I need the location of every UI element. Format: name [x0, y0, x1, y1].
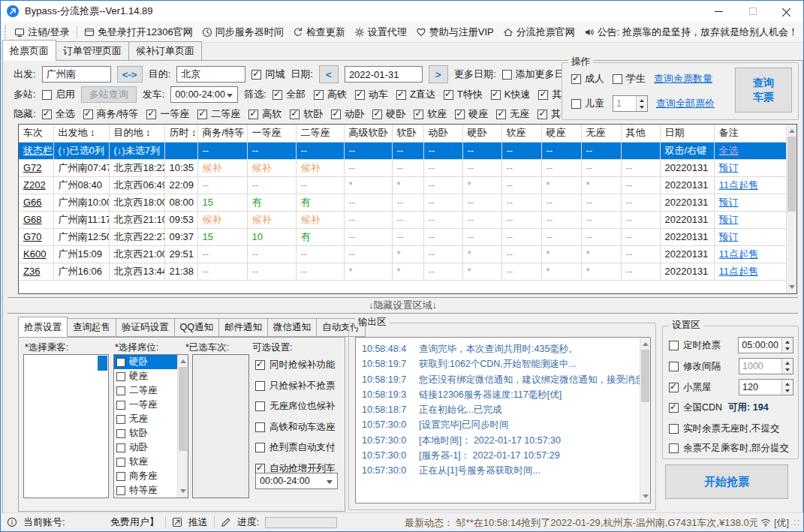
seat-option-5[interactable]: 软卧: [114, 426, 177, 440]
seat-option-1[interactable]: 硬座: [114, 369, 177, 383]
seat-option-2[interactable]: 二等座: [114, 383, 177, 398]
column-header[interactable]: 软卧: [392, 125, 423, 142]
multi-enable-checkbox-box[interactable]: [42, 90, 52, 100]
column-header[interactable]: 历时 ↕: [164, 125, 197, 142]
output-scrollbar-thumb[interactable]: [641, 350, 649, 402]
seat-hide-filter-5[interactable]: 软卧: [290, 107, 323, 121]
stepper-up-icon[interactable]: [782, 380, 793, 387]
config-stepper-0[interactable]: 05:00:00: [738, 337, 793, 353]
settings-tab-1[interactable]: 查询起售: [67, 318, 116, 337]
train-row[interactable]: G70广州南12:50北京西22:2709:371510有-----------…: [19, 228, 786, 245]
booking-link[interactable]: 11点起售: [719, 266, 759, 277]
scroll-down-icon[interactable]: [178, 486, 188, 497]
seat-hide-filter-6[interactable]: 动卧: [331, 107, 364, 121]
config-stepper-2[interactable]: 120: [739, 379, 793, 395]
grab-option-1[interactable]: 只抢候补不抢票: [255, 380, 336, 392]
stepper-down-icon[interactable]: [782, 345, 793, 353]
seat-option-8[interactable]: 商务座: [114, 469, 177, 483]
config-checkbox-0[interactable]: [669, 341, 679, 350]
child-checkbox[interactable]: 儿童: [571, 97, 604, 110]
swap-stations-button[interactable]: <->: [117, 66, 143, 83]
train-row[interactable]: G72广州南07:47北京西18:2210:35候补候补候补----------…: [19, 159, 786, 176]
resize-grip[interactable]: .::: [790, 517, 800, 527]
seat-option-4[interactable]: 无座: [114, 412, 177, 426]
page-tab-0[interactable]: 抢票页面: [2, 40, 56, 61]
adult-checkbox-box[interactable]: [571, 74, 581, 84]
config-checkbox-3[interactable]: [669, 403, 679, 413]
train-number-link[interactable]: G66: [23, 197, 42, 208]
selected-trains-listbox[interactable]: [192, 354, 249, 498]
config-checkbox-5[interactable]: [669, 443, 679, 453]
seat-hide-filter-3[interactable]: 二等座: [197, 107, 240, 121]
train-number-link[interactable]: Z36: [23, 266, 40, 277]
stepper-down-icon[interactable]: [782, 387, 793, 395]
stepper-up-icon[interactable]: [782, 338, 793, 345]
scroll-down-icon[interactable]: [640, 491, 650, 503]
train-type-filter-2[interactable]: 动车: [355, 88, 388, 101]
column-header[interactable]: 车次: [19, 125, 53, 142]
add-more-dates-checkbox-box[interactable]: [502, 70, 512, 80]
date-input[interactable]: 2022-01-31: [345, 66, 423, 83]
seat-hide-filter-1[interactable]: 商务/特等: [83, 107, 139, 121]
train-type-filter-4[interactable]: T特快: [444, 88, 483, 101]
seat-hide-filter-9[interactable]: 硬座: [455, 107, 488, 121]
settings-tab-3[interactable]: QQ通知: [174, 318, 219, 337]
column-header[interactable]: 商务/特等: [197, 125, 247, 142]
query-tickets-button[interactable]: 查询 车票: [735, 68, 792, 113]
seat-hide-filter-8[interactable]: 软座: [414, 107, 447, 121]
train-number-link[interactable]: Z202: [23, 179, 46, 191]
column-header[interactable]: 其他: [621, 125, 660, 142]
seat-hide-filter-10[interactable]: 无座: [496, 107, 529, 121]
toolbar-item-3[interactable]: 检查更新: [288, 23, 350, 41]
seat-option-3[interactable]: 一等座: [114, 398, 177, 412]
start-grabbing-button[interactable]: 开始抢票: [665, 464, 788, 499]
config-stepper-1[interactable]: 1000: [739, 358, 793, 374]
stepper-up-icon[interactable]: [782, 359, 793, 366]
stepper-up-icon[interactable]: [637, 96, 647, 104]
seat-hide-filter-7[interactable]: 硬卧: [372, 107, 405, 121]
column-header[interactable]: 目的地 ↕: [109, 125, 164, 142]
toolbar-item-7[interactable]: 公告: 抢票靠的是坚持，放弃就是给别人机会！: [580, 23, 802, 41]
column-header[interactable]: 硬卧: [462, 125, 501, 142]
seat-hide-filter-4[interactable]: 高软: [248, 107, 282, 121]
seat-hide-filter-2[interactable]: 一等座: [146, 107, 189, 121]
config-checkbox-2[interactable]: [669, 383, 679, 392]
grab-option-3[interactable]: 高铁和动车选座: [255, 421, 336, 434]
booking-link[interactable]: 预订: [719, 231, 739, 242]
train-type-filter-1[interactable]: 高铁: [314, 88, 347, 101]
column-header[interactable]: 无座: [581, 125, 621, 142]
settings-tab-4[interactable]: 邮件通知: [218, 318, 268, 337]
column-header[interactable]: 二等座: [296, 125, 344, 142]
seat-hide-filter-0[interactable]: 全选: [42, 107, 75, 121]
minimize-button[interactable]: [702, 1, 736, 22]
seat-option-6[interactable]: 动卧: [114, 440, 177, 455]
close-button[interactable]: [769, 1, 803, 22]
settings-tab-2[interactable]: 验证码设置: [116, 318, 175, 337]
toolbar-item-1[interactable]: 免登录打开12306官网: [80, 23, 197, 41]
seat-scrollbar-thumb[interactable]: [179, 367, 187, 451]
train-row[interactable]: G68广州南11:17北京西21:1009:53候补候补候补----------…: [19, 211, 786, 228]
output-listbox[interactable]: 10:58:48:4查询完毕，本次查询共用时:435毫秒。10:58:19:7获…: [355, 337, 651, 503]
maximize-button[interactable]: [736, 1, 769, 22]
train-number-link[interactable]: G72: [23, 162, 42, 173]
column-header[interactable]: 一等座: [247, 125, 296, 142]
grid-scrollbar-thumb[interactable]: [787, 137, 796, 212]
child-count-stepper[interactable]: 1: [613, 95, 648, 112]
grab-option-4[interactable]: 抢到票自动支付: [255, 441, 336, 454]
from-input[interactable]: 广州南: [42, 66, 111, 83]
stepper-down-icon[interactable]: [637, 104, 647, 111]
config-checkbox-1[interactable]: [669, 362, 679, 371]
grab-option-2[interactable]: 无座席位也候补: [255, 400, 336, 413]
push-label[interactable]: 推送: [188, 515, 208, 529]
toolbar-item-2[interactable]: 同步服务器时间: [197, 23, 288, 41]
train-type-filter-5[interactable]: K快速: [491, 88, 531, 101]
stepper-down-icon[interactable]: [782, 366, 793, 374]
child-checkbox-box[interactable]: [571, 99, 581, 109]
to-input[interactable]: 北京: [176, 66, 245, 83]
date-next-button[interactable]: >: [429, 65, 448, 83]
train-row[interactable]: K600广州15:09北京西21:0029:51--------*--*--**…: [19, 245, 786, 263]
same-city-checkbox[interactable]: 同城: [251, 68, 285, 81]
grid-scrollbar[interactable]: [786, 125, 796, 293]
query-all-prices-link[interactable]: 查询全部票价: [656, 97, 715, 110]
seat-listbox[interactable]: 硬卧硬座二等座一等座无座软卧动卧软座商务座特等座: [113, 354, 188, 498]
